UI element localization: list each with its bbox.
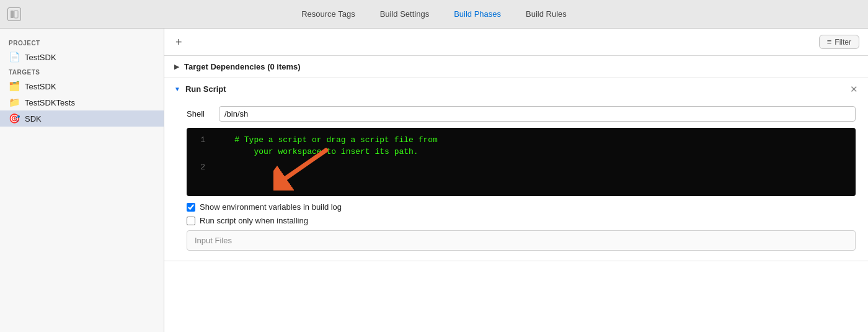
show-env-row: Show environment variables in build log [187,202,856,212]
sidebar-item-sdk-label: SDK [25,114,42,123]
sidebar-item-testsdktests-label: TestSDKTests [25,98,75,107]
input-files-section: Input Files [187,230,856,251]
svg-rect-0 [11,11,14,18]
run-installing-row: Run script only when installing [187,216,856,225]
navigator-toggle-button[interactable] [7,7,21,21]
shell-row: Shell [187,106,856,122]
tab-build-phases[interactable]: Build Phases [454,7,501,21]
tab-bar: Resource Tags Build Settings Build Phase… [0,0,868,29]
svg-rect-1 [14,11,18,18]
input-files-label: Input Files [195,236,232,245]
code-line-1: 1 # Type a script or drag a script file … [187,134,856,146]
targets-section-label: TARGETS [0,65,164,78]
run-script-header[interactable]: ▼ Run Script ✕ [164,78,868,100]
run-script-body: Shell 1 # Type a script or drag a script… [164,100,868,261]
line-content-1b: your workspace to insert its path. [215,147,418,156]
show-env-label[interactable]: Show environment variables in build log [200,202,342,212]
add-phase-button[interactable]: + [173,35,185,49]
main-layout: PROJECT 📄 TestSDK TARGETS 🗂️ TestSDK 📁 T… [0,29,868,332]
run-script-triangle: ▼ [174,86,180,92]
sidebar-item-testsdk-project[interactable]: 📄 TestSDK [0,49,164,65]
run-installing-label[interactable]: Run script only when installing [200,216,308,225]
line-num-1b [187,147,215,156]
shell-input[interactable] [219,106,856,122]
sidebar: PROJECT 📄 TestSDK TARGETS 🗂️ TestSDK 📁 T… [0,29,164,332]
sidebar-item-testsdk-target[interactable]: 🗂️ TestSDK [0,78,164,94]
sidebar-item-testsdk-project-label: TestSDK [25,53,56,62]
filter-button[interactable]: ≡ Filter [819,35,859,49]
run-installing-checkbox[interactable] [187,217,195,225]
target-dependencies-section: ▶ Target Dependencies (0 items) [164,56,868,78]
testsdk-project-icon: 📄 [9,52,20,63]
run-script-section: ▼ Run Script ✕ Shell 1 # Type a script o… [164,78,868,261]
script-editor[interactable]: 1 # Type a script or drag a script file … [187,128,856,196]
testsdktests-icon: 📁 [9,97,20,108]
line-num-1: 1 [187,135,215,145]
code-line-2: 2 [187,161,856,173]
content-toolbar: + ≡ Filter [164,29,868,56]
tab-build-rules[interactable]: Build Rules [526,7,567,21]
project-section-label: PROJECT [0,36,164,49]
sdk-icon: 🎯 [9,113,20,124]
filter-label: Filter [835,38,851,47]
target-dependencies-triangle: ▶ [174,63,179,70]
tab-build-settings[interactable]: Build Settings [380,7,430,21]
run-script-label: Run Script [185,84,226,94]
run-script-close-button[interactable]: ✕ [850,84,858,95]
tab-resource-tags[interactable]: Resource Tags [301,7,355,21]
shell-label: Shell [187,109,211,119]
content-area: + ≡ Filter ▶ Target Dependencies (0 item… [164,29,868,332]
line-content-1: # Type a script or drag a script file fr… [215,135,438,145]
code-line-1b: your workspace to insert its path. [187,146,856,158]
sidebar-item-sdk-target[interactable]: 🎯 SDK [0,110,164,127]
filter-icon: ≡ [827,37,832,47]
show-env-checkbox[interactable] [187,203,195,212]
testsdk-target-icon: 🗂️ [9,81,20,92]
target-dependencies-label: Target Dependencies (0 items) [184,62,301,71]
sidebar-item-testsdktests-target[interactable]: 📁 TestSDKTests [0,94,164,110]
sidebar-item-testsdk-target-label: TestSDK [25,82,56,91]
target-dependencies-header[interactable]: ▶ Target Dependencies (0 items) [164,56,868,78]
line-num-2: 2 [187,163,215,172]
